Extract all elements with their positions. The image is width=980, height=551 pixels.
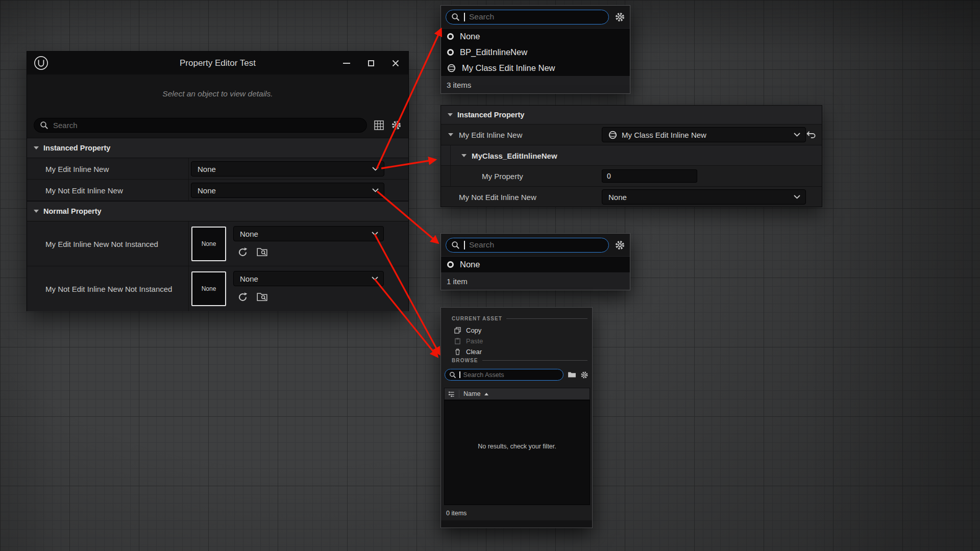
popup-search-input[interactable]: Search <box>446 238 609 253</box>
asset-action-icons <box>237 292 268 303</box>
browse-to-asset-icon[interactable] <box>257 292 268 303</box>
option-my-class-edit-inline-new[interactable]: My Class Edit Inline New <box>441 60 630 76</box>
settings-gear-icon[interactable] <box>614 239 625 251</box>
chevron-down-icon <box>372 167 379 171</box>
search-placeholder: Search <box>53 121 78 130</box>
search-icon <box>40 121 48 130</box>
my-not-edit-inline-new-dropdown[interactable]: None <box>602 189 806 205</box>
minimize-button[interactable] <box>342 59 351 68</box>
option-label: None <box>460 260 480 269</box>
section-instanced-property[interactable]: Instanced Property <box>27 138 408 158</box>
object-circle-icon <box>447 33 454 40</box>
settings-gear-icon[interactable] <box>390 120 402 131</box>
asset-thumbnail[interactable]: None <box>191 271 226 306</box>
collapse-triangle-icon[interactable] <box>448 133 453 136</box>
section-instanced-property[interactable]: Instanced Property <box>441 106 822 124</box>
not-edit-inline-class-picker-popup: Search None 1 item <box>440 233 630 290</box>
settings-gear-icon[interactable] <box>614 11 625 22</box>
asset-picker-dropdown[interactable]: None <box>233 226 384 241</box>
name-column-label: Name <box>463 390 480 397</box>
my-edit-inline-new-dropdown[interactable]: None <box>191 161 384 177</box>
option-bp-editinlinenew[interactable]: BP_EditInlineNew <box>441 44 630 60</box>
search-assets-input[interactable]: Search Assets <box>445 369 564 381</box>
window-titlebar[interactable]: Property Editor Test <box>27 52 408 74</box>
section-label: Instanced Property <box>457 111 524 119</box>
maximize-button[interactable] <box>366 59 376 68</box>
current-asset-section: CURRENT ASSET <box>452 316 587 321</box>
asset-search-row: Search Assets <box>445 369 589 381</box>
asset-list-column-header[interactable]: Name <box>444 388 590 400</box>
dropdown-value: None <box>240 274 258 283</box>
section-label: BROWSE <box>452 358 478 363</box>
class-combo-box[interactable]: My Class Edit Inline New <box>602 127 806 142</box>
search-input[interactable]: Search <box>34 118 367 133</box>
asset-thumbnail[interactable]: None <box>191 227 226 261</box>
close-button[interactable] <box>391 59 400 68</box>
thumbnail-label: None <box>202 285 216 292</box>
reset-to-default-icon[interactable] <box>806 131 816 139</box>
section-divider <box>506 318 587 319</box>
asset-picker-dropdown[interactable]: None <box>233 271 384 286</box>
use-selected-icon[interactable] <box>237 292 248 303</box>
property-label: My Not Edit Inline New <box>459 192 536 201</box>
browse-to-asset-icon[interactable] <box>257 247 268 258</box>
copy-menu-item[interactable]: Copy <box>441 325 592 336</box>
row-my-edit-inline-new-expanded: My Edit Inline New My Class Edit Inline … <box>441 124 822 145</box>
row-my-property: My Property 0 <box>441 166 822 187</box>
sort-ascending-icon <box>484 393 488 395</box>
object-circle-icon <box>447 49 454 56</box>
popup-search-input[interactable]: Search <box>446 10 609 24</box>
menu-bottom-strip <box>441 520 592 528</box>
dropdown-value: None <box>198 186 216 195</box>
view-options-icon[interactable] <box>373 120 384 131</box>
option-none[interactable]: None <box>441 257 630 272</box>
settings-gear-icon[interactable] <box>580 371 589 379</box>
list-view-icon[interactable] <box>448 391 455 397</box>
details-hint: Select an object to view details. <box>27 74 408 113</box>
property-label: My Not Edit Inline New <box>45 186 123 194</box>
row-myclass-subobject-header[interactable]: MyClass_EditInlineNew <box>441 145 822 166</box>
search-placeholder: Search Assets <box>463 371 504 379</box>
option-none[interactable]: None <box>441 29 630 44</box>
asset-count-footer: 0 items <box>446 510 467 517</box>
collapse-triangle-icon <box>461 154 467 157</box>
search-icon <box>449 371 456 379</box>
use-selected-icon[interactable] <box>237 247 248 258</box>
collapse-triangle-icon <box>34 146 39 149</box>
combo-value: My Class Edit Inline New <box>622 131 706 139</box>
combo-value: None <box>608 193 627 202</box>
property-label: My Edit Inline New Not Instanced <box>45 239 158 248</box>
property-label: My Edit Inline New <box>459 131 522 139</box>
folder-icon[interactable] <box>568 371 576 378</box>
popup-option-list: None BP_EditInlineNew My Class Edit Inli… <box>441 28 630 77</box>
dropdown-value: None <box>240 230 258 238</box>
popup-footer: 3 items <box>441 77 630 93</box>
row-my-not-edit-inline-new: My Not Edit Inline New None <box>27 180 408 201</box>
clear-menu-item[interactable]: Clear <box>441 346 592 357</box>
menu-item-label: Paste <box>466 337 483 345</box>
popup-search-row: Search <box>441 234 630 256</box>
row-my-not-edit-inline-new-expanded: My Not Edit Inline New None <box>441 187 822 207</box>
object-circle-icon <box>447 261 454 268</box>
popup-search-row: Search <box>441 6 630 28</box>
collapse-triangle-icon <box>34 210 39 213</box>
section-label: Normal Property <box>43 207 102 215</box>
my-property-number-field[interactable]: 0 <box>602 169 697 183</box>
subobject-label: MyClass_EditInlineNew <box>472 151 557 160</box>
search-placeholder: Search <box>469 240 494 249</box>
popup-footer: 1 item <box>441 273 630 290</box>
class-sphere-icon <box>447 64 456 72</box>
edit-inline-class-picker-popup: Search None BP_EditInlineNew My Class Ed… <box>440 5 630 94</box>
trash-icon <box>454 348 461 355</box>
details-search-row: Search <box>27 113 408 138</box>
desktop: Property Editor Test Select an object to… <box>0 0 980 551</box>
option-label: My Class Edit Inline New <box>462 63 555 73</box>
text-caret <box>464 241 465 249</box>
asset-action-icons <box>237 247 268 258</box>
unreal-logo-icon <box>34 56 48 70</box>
option-label: None <box>460 32 480 41</box>
my-not-edit-inline-new-dropdown[interactable]: None <box>191 183 384 198</box>
text-caret <box>459 371 460 378</box>
expanded-property-panel: Instanced Property My Edit Inline New My… <box>440 105 822 207</box>
section-normal-property[interactable]: Normal Property <box>27 201 408 221</box>
